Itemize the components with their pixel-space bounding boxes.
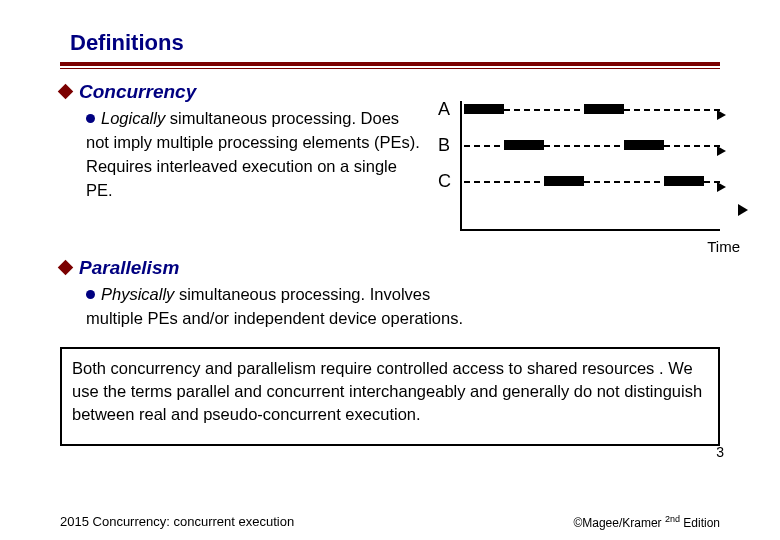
arrow-icon (717, 182, 726, 192)
bullet-icon (86, 114, 95, 123)
section-head-parallelism: Parallelism (60, 257, 720, 279)
arrow-icon (717, 110, 726, 120)
section2-head-text: Parallelism (79, 257, 179, 278)
lane-label-c: C (438, 171, 451, 192)
section1-head-text: Concurrency (79, 81, 196, 102)
lane-a-seg2 (584, 104, 624, 114)
summary-box: Both concurrency and parallelism require… (60, 347, 720, 446)
lane-b-seg2 (624, 140, 664, 150)
section1-body: Logically simultaneous processing. Does … (86, 107, 420, 203)
diamond-icon (58, 84, 74, 100)
footer-left: 2015 Concurrency: concurrent execution (60, 514, 294, 530)
page-number: 3 (716, 443, 724, 463)
lane-b-track (464, 145, 720, 147)
section2-body: Physically simultaneous processing. Invo… (86, 283, 466, 331)
section-head-concurrency: Concurrency (60, 81, 420, 103)
summary-text: Both concurrency and parallelism require… (72, 359, 702, 423)
title-rule-thick (60, 62, 720, 66)
x-axis (460, 229, 720, 231)
y-axis (460, 101, 462, 231)
time-axis-label: Time (707, 238, 740, 255)
arrow-icon (717, 146, 726, 156)
slide-footer: 2015 Concurrency: concurrent execution ©… (60, 514, 720, 530)
section2-italic: Physically (101, 285, 174, 303)
section1-italic: Logically (101, 109, 165, 127)
timeline-diagram: A B C Time (438, 101, 720, 251)
lane-label-b: B (438, 135, 450, 156)
lane-b-seg1 (504, 140, 544, 150)
lane-c-seg2 (664, 176, 704, 186)
slide-title: Definitions (70, 30, 720, 56)
lane-c-seg1 (544, 176, 584, 186)
title-rule-thin (60, 68, 720, 69)
lane-a-seg1 (464, 104, 504, 114)
footer-right: ©Magee/Kramer 2nd Edition (573, 514, 720, 530)
x-axis-arrow-icon (738, 204, 748, 216)
lane-label-a: A (438, 99, 450, 120)
bullet-icon (86, 290, 95, 299)
diamond-icon (58, 260, 74, 276)
